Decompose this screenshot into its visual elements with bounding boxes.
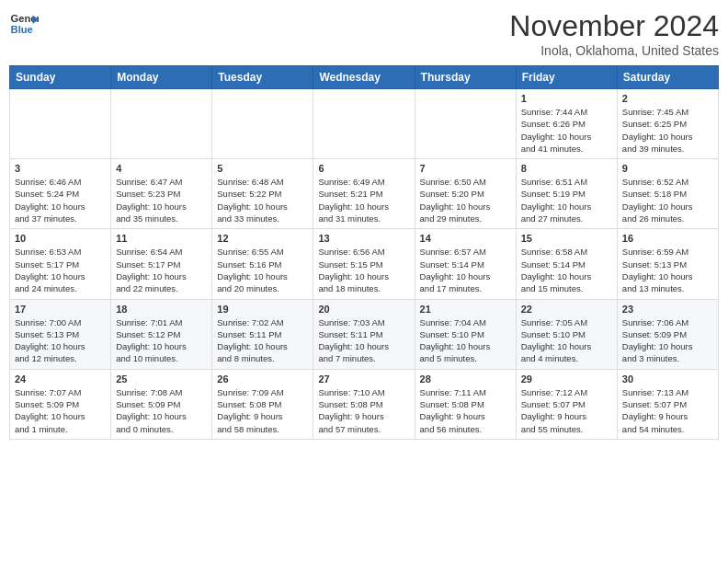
calendar-cell [111,89,212,159]
day-info: Sunrise: 7:01 AM Sunset: 5:12 PM Dayligh… [116,316,207,365]
calendar-week-row: 3Sunrise: 6:46 AM Sunset: 5:24 PM Daylig… [10,159,719,229]
weekday-header: Friday [516,66,617,89]
day-info: Sunrise: 7:09 AM Sunset: 5:08 PM Dayligh… [217,386,308,435]
calendar-cell: 5Sunrise: 6:48 AM Sunset: 5:22 PM Daylig… [212,159,313,229]
day-number: 6 [318,163,409,174]
day-number: 25 [116,373,207,385]
day-info: Sunrise: 6:55 AM Sunset: 5:16 PM Dayligh… [217,246,308,294]
day-number: 3 [15,163,106,174]
weekday-header: Saturday [617,66,718,89]
logo: General Blue [9,9,39,39]
day-number: 30 [622,373,713,385]
calendar-cell: 16Sunrise: 6:59 AM Sunset: 5:13 PM Dayli… [617,229,718,299]
day-number: 14 [420,233,511,244]
day-number: 1 [521,93,612,104]
day-info: Sunrise: 7:00 AM Sunset: 5:13 PM Dayligh… [15,316,106,365]
calendar-cell: 19Sunrise: 7:02 AM Sunset: 5:11 PM Dayli… [212,299,313,369]
weekday-header: Wednesday [313,66,415,89]
calendar-cell: 18Sunrise: 7:01 AM Sunset: 5:12 PM Dayli… [111,299,212,369]
day-info: Sunrise: 7:08 AM Sunset: 5:09 PM Dayligh… [116,386,207,435]
calendar-cell: 13Sunrise: 6:56 AM Sunset: 5:15 PM Dayli… [313,229,415,299]
calendar-cell: 28Sunrise: 7:11 AM Sunset: 5:08 PM Dayli… [415,369,516,439]
weekday-header-row: SundayMondayTuesdayWednesdayThursdayFrid… [10,66,719,89]
day-info: Sunrise: 6:46 AM Sunset: 5:24 PM Dayligh… [15,176,106,224]
day-info: Sunrise: 6:57 AM Sunset: 5:14 PM Dayligh… [420,246,511,294]
svg-text:Blue: Blue [11,24,33,35]
day-info: Sunrise: 7:03 AM Sunset: 5:11 PM Dayligh… [318,316,409,365]
day-number: 23 [622,304,713,315]
day-info: Sunrise: 6:48 AM Sunset: 5:22 PM Dayligh… [217,176,308,224]
day-number: 26 [217,373,308,385]
day-number: 28 [420,373,511,385]
weekday-header: Tuesday [212,66,313,89]
calendar-cell: 22Sunrise: 7:05 AM Sunset: 5:10 PM Dayli… [516,299,617,369]
calendar-week-row: 10Sunrise: 6:53 AM Sunset: 5:17 PM Dayli… [10,229,719,299]
day-number: 29 [521,373,612,385]
calendar-cell: 4Sunrise: 6:47 AM Sunset: 5:23 PM Daylig… [111,159,212,229]
calendar-cell: 11Sunrise: 6:54 AM Sunset: 5:17 PM Dayli… [111,229,212,299]
weekday-header: Monday [111,66,212,89]
logo-icon: General Blue [9,9,39,39]
day-number: 24 [15,373,106,385]
calendar-cell: 7Sunrise: 6:50 AM Sunset: 5:20 PM Daylig… [415,159,516,229]
calendar-cell: 9Sunrise: 6:52 AM Sunset: 5:18 PM Daylig… [617,159,718,229]
calendar-cell: 26Sunrise: 7:09 AM Sunset: 5:08 PM Dayli… [212,369,313,439]
day-info: Sunrise: 6:49 AM Sunset: 5:21 PM Dayligh… [318,176,409,224]
title-block: November 2024 Inola, Oklahoma, United St… [509,9,719,58]
calendar-cell: 1Sunrise: 7:44 AM Sunset: 6:26 PM Daylig… [516,89,617,159]
day-info: Sunrise: 7:13 AM Sunset: 5:07 PM Dayligh… [622,386,713,435]
calendar-cell: 10Sunrise: 6:53 AM Sunset: 5:17 PM Dayli… [10,229,111,299]
calendar-cell: 8Sunrise: 6:51 AM Sunset: 5:19 PM Daylig… [516,159,617,229]
day-info: Sunrise: 6:51 AM Sunset: 5:19 PM Dayligh… [521,176,612,224]
day-info: Sunrise: 7:10 AM Sunset: 5:08 PM Dayligh… [318,386,409,435]
day-number: 20 [318,304,409,315]
calendar-cell: 30Sunrise: 7:13 AM Sunset: 5:07 PM Dayli… [617,369,718,439]
calendar-week-row: 17Sunrise: 7:00 AM Sunset: 5:13 PM Dayli… [10,299,719,369]
day-number: 13 [318,233,409,244]
day-info: Sunrise: 6:59 AM Sunset: 5:13 PM Dayligh… [622,246,713,294]
calendar-cell: 29Sunrise: 7:12 AM Sunset: 5:07 PM Dayli… [516,369,617,439]
day-info: Sunrise: 7:05 AM Sunset: 5:10 PM Dayligh… [521,316,612,365]
weekday-header: Sunday [10,66,111,89]
day-number: 17 [15,304,106,315]
calendar-table: SundayMondayTuesdayWednesdayThursdayFrid… [9,65,719,440]
calendar-cell: 2Sunrise: 7:45 AM Sunset: 6:25 PM Daylig… [617,89,718,159]
day-info: Sunrise: 6:58 AM Sunset: 5:14 PM Dayligh… [521,246,612,294]
day-number: 16 [622,233,713,244]
day-number: 22 [521,304,612,315]
day-info: Sunrise: 7:44 AM Sunset: 6:26 PM Dayligh… [521,106,612,155]
calendar-cell: 15Sunrise: 6:58 AM Sunset: 5:14 PM Dayli… [516,229,617,299]
calendar-cell: 21Sunrise: 7:04 AM Sunset: 5:10 PM Dayli… [415,299,516,369]
day-number: 11 [116,233,207,244]
day-info: Sunrise: 7:02 AM Sunset: 5:11 PM Dayligh… [217,316,308,365]
calendar-cell: 23Sunrise: 7:06 AM Sunset: 5:09 PM Dayli… [617,299,718,369]
calendar-cell: 3Sunrise: 6:46 AM Sunset: 5:24 PM Daylig… [10,159,111,229]
day-info: Sunrise: 6:53 AM Sunset: 5:17 PM Dayligh… [15,246,106,294]
day-info: Sunrise: 7:11 AM Sunset: 5:08 PM Dayligh… [420,386,511,435]
day-info: Sunrise: 6:50 AM Sunset: 5:20 PM Dayligh… [420,176,511,224]
day-number: 5 [217,163,308,174]
calendar-week-row: 1Sunrise: 7:44 AM Sunset: 6:26 PM Daylig… [10,89,719,159]
day-info: Sunrise: 7:12 AM Sunset: 5:07 PM Dayligh… [521,386,612,435]
day-number: 7 [420,163,511,174]
day-number: 4 [116,163,207,174]
day-number: 9 [622,163,713,174]
calendar-week-row: 24Sunrise: 7:07 AM Sunset: 5:09 PM Dayli… [10,369,719,439]
calendar-cell [313,89,415,159]
location-title: Inola, Oklahoma, United States [509,43,719,58]
day-number: 19 [217,304,308,315]
calendar-cell: 14Sunrise: 6:57 AM Sunset: 5:14 PM Dayli… [415,229,516,299]
day-info: Sunrise: 6:56 AM Sunset: 5:15 PM Dayligh… [318,246,409,294]
day-number: 27 [318,373,409,385]
calendar-cell: 24Sunrise: 7:07 AM Sunset: 5:09 PM Dayli… [10,369,111,439]
calendar-cell: 17Sunrise: 7:00 AM Sunset: 5:13 PM Dayli… [10,299,111,369]
calendar-cell: 25Sunrise: 7:08 AM Sunset: 5:09 PM Dayli… [111,369,212,439]
calendar-cell: 27Sunrise: 7:10 AM Sunset: 5:08 PM Dayli… [313,369,415,439]
day-info: Sunrise: 7:07 AM Sunset: 5:09 PM Dayligh… [15,386,106,435]
day-info: Sunrise: 7:06 AM Sunset: 5:09 PM Dayligh… [622,316,713,365]
calendar-cell: 6Sunrise: 6:49 AM Sunset: 5:21 PM Daylig… [313,159,415,229]
calendar-cell: 12Sunrise: 6:55 AM Sunset: 5:16 PM Dayli… [212,229,313,299]
day-number: 12 [217,233,308,244]
calendar-cell [10,89,111,159]
day-info: Sunrise: 6:52 AM Sunset: 5:18 PM Dayligh… [622,176,713,224]
